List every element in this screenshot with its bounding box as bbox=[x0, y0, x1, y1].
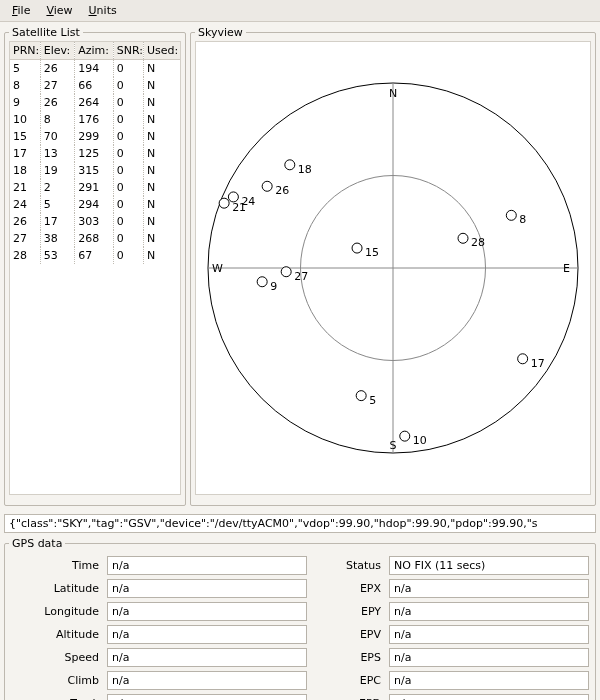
cell-used: N bbox=[144, 196, 180, 213]
cell-used: N bbox=[144, 111, 180, 128]
field-epx[interactable] bbox=[389, 579, 589, 598]
header-snr[interactable]: SNR: bbox=[113, 42, 143, 60]
field-eps[interactable] bbox=[389, 648, 589, 667]
label-epc: EPC bbox=[313, 674, 383, 687]
cell-used: N bbox=[144, 128, 180, 145]
cell-elev: 5 bbox=[40, 196, 74, 213]
satellite-marker bbox=[400, 431, 410, 441]
satellite-list-panel: Satellite List PRN: Elev: Azim: SNR: Use… bbox=[4, 26, 186, 506]
skyview-title: Skyview bbox=[195, 26, 246, 39]
satellite-marker bbox=[285, 160, 295, 170]
gps-data-panel: GPS data TimeStatusLatitudeEPXLongitudeE… bbox=[4, 537, 596, 700]
label-epx: EPX bbox=[313, 582, 383, 595]
table-row[interactable]: 2452940N bbox=[10, 196, 180, 213]
satellite-marker bbox=[518, 354, 528, 364]
cell-snr: 0 bbox=[113, 213, 143, 230]
table-row[interactable]: 827660N bbox=[10, 77, 180, 94]
cell-prn: 15 bbox=[10, 128, 40, 145]
satellite-marker bbox=[356, 391, 366, 401]
header-prn[interactable]: PRN: bbox=[10, 42, 40, 60]
table-row[interactable]: 5261940N bbox=[10, 60, 180, 78]
cell-prn: 24 bbox=[10, 196, 40, 213]
cell-prn: 18 bbox=[10, 162, 40, 179]
label-longitude: Longitude bbox=[11, 605, 101, 618]
cell-prn: 28 bbox=[10, 247, 40, 264]
cell-prn: 9 bbox=[10, 94, 40, 111]
cell-used: N bbox=[144, 77, 180, 94]
satellite-marker bbox=[458, 233, 468, 243]
cell-elev: 8 bbox=[40, 111, 74, 128]
table-row[interactable]: 27382680N bbox=[10, 230, 180, 247]
cell-prn: 21 bbox=[10, 179, 40, 196]
table-row[interactable]: 9262640N bbox=[10, 94, 180, 111]
satellite-label: 18 bbox=[298, 163, 312, 176]
field-track[interactable] bbox=[107, 694, 307, 700]
field-status[interactable] bbox=[389, 556, 589, 575]
cell-elev: 38 bbox=[40, 230, 74, 247]
table-row[interactable]: 26173030N bbox=[10, 213, 180, 230]
cell-snr: 0 bbox=[113, 77, 143, 94]
label-altitude: Altitude bbox=[11, 628, 101, 641]
cell-azim: 315 bbox=[75, 162, 113, 179]
satellite-marker bbox=[262, 181, 272, 191]
satellite-label: 15 bbox=[365, 246, 379, 259]
table-row[interactable]: 15702990N bbox=[10, 128, 180, 145]
compass-n: N bbox=[389, 87, 397, 100]
menu-file[interactable]: File bbox=[4, 2, 38, 19]
cell-snr: 0 bbox=[113, 247, 143, 264]
cell-prn: 8 bbox=[10, 77, 40, 94]
cell-prn: 10 bbox=[10, 111, 40, 128]
satellite-label: 26 bbox=[275, 184, 289, 197]
cell-azim: 176 bbox=[75, 111, 113, 128]
field-speed[interactable] bbox=[107, 648, 307, 667]
satellite-label: 10 bbox=[413, 434, 427, 447]
cell-snr: 0 bbox=[113, 230, 143, 247]
cell-elev: 53 bbox=[40, 247, 74, 264]
cell-used: N bbox=[144, 145, 180, 162]
satellite-label: 27 bbox=[294, 270, 308, 283]
main-content: Satellite List PRN: Elev: Azim: SNR: Use… bbox=[0, 22, 600, 510]
cell-snr: 0 bbox=[113, 94, 143, 111]
skyview-panel: Skyview NSEW589101517182124262728 bbox=[190, 26, 596, 506]
satellite-marker bbox=[257, 277, 267, 287]
satellite-label: 9 bbox=[270, 280, 277, 293]
field-climb[interactable] bbox=[107, 671, 307, 690]
table-row[interactable]: 2122910N bbox=[10, 179, 180, 196]
field-epd[interactable] bbox=[389, 694, 589, 700]
field-longitude[interactable] bbox=[107, 602, 307, 621]
satellite-table: PRN: Elev: Azim: SNR: Used: 5261940N8276… bbox=[10, 42, 180, 264]
cell-elev: 70 bbox=[40, 128, 74, 145]
satellite-label: 28 bbox=[471, 236, 485, 249]
label-status: Status bbox=[313, 559, 383, 572]
field-time[interactable] bbox=[107, 556, 307, 575]
label-epy: EPY bbox=[313, 605, 383, 618]
header-azim[interactable]: Azim: bbox=[75, 42, 113, 60]
header-elev[interactable]: Elev: bbox=[40, 42, 74, 60]
header-used[interactable]: Used: bbox=[144, 42, 180, 60]
table-row[interactable]: 18193150N bbox=[10, 162, 180, 179]
menu-units[interactable]: Units bbox=[81, 2, 125, 19]
cell-azim: 125 bbox=[75, 145, 113, 162]
label-epv: EPV bbox=[313, 628, 383, 641]
field-epy[interactable] bbox=[389, 602, 589, 621]
field-latitude[interactable] bbox=[107, 579, 307, 598]
label-speed: Speed bbox=[11, 651, 101, 664]
table-row[interactable]: 17131250N bbox=[10, 145, 180, 162]
field-epc[interactable] bbox=[389, 671, 589, 690]
field-altitude[interactable] bbox=[107, 625, 307, 644]
satellite-marker bbox=[228, 192, 238, 202]
cell-azim: 194 bbox=[75, 60, 113, 78]
satellite-list-title: Satellite List bbox=[9, 26, 83, 39]
field-epv[interactable] bbox=[389, 625, 589, 644]
cell-prn: 17 bbox=[10, 145, 40, 162]
label-eps: EPS bbox=[313, 651, 383, 664]
cell-snr: 0 bbox=[113, 111, 143, 128]
label-time: Time bbox=[11, 559, 101, 572]
table-row[interactable]: 2853670N bbox=[10, 247, 180, 264]
cell-snr: 0 bbox=[113, 179, 143, 196]
satellite-marker bbox=[352, 243, 362, 253]
menu-view[interactable]: View bbox=[38, 2, 80, 19]
skyview-plot: NSEW589101517182124262728 bbox=[195, 41, 591, 495]
cell-elev: 2 bbox=[40, 179, 74, 196]
table-row[interactable]: 1081760N bbox=[10, 111, 180, 128]
